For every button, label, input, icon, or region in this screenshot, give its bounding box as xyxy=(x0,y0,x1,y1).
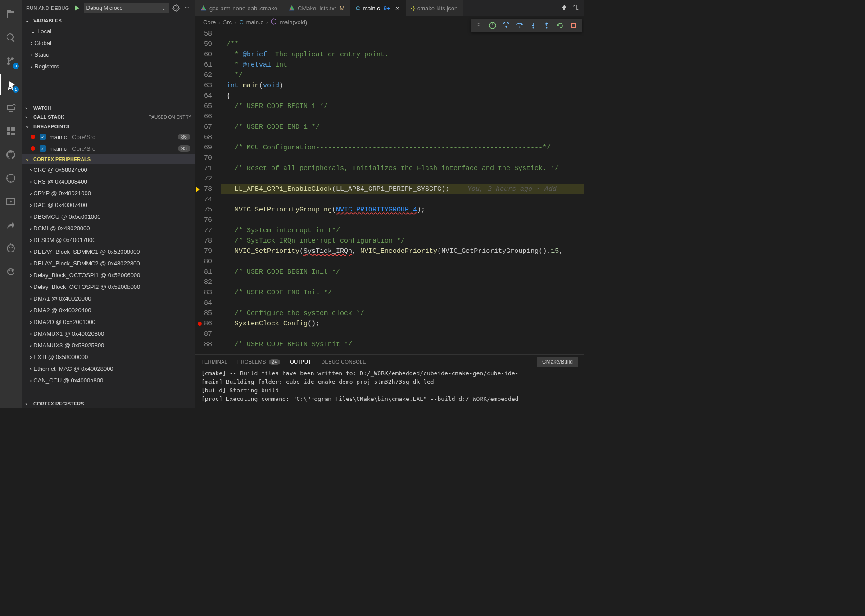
crumb-src[interactable]: Src xyxy=(223,19,232,26)
chevron-right-icon: › xyxy=(30,166,32,173)
peripheral-item[interactable]: ›CRS @ 0x40008400 xyxy=(22,175,195,187)
tree-static[interactable]: ›Static xyxy=(22,49,195,60)
chevron-right-icon: › xyxy=(30,283,32,290)
more-icon[interactable]: ⋯ xyxy=(183,5,190,11)
stop-button[interactable] xyxy=(570,22,578,30)
output-content[interactable]: [cmake] -- Build files have been written… xyxy=(195,369,584,408)
section-cortex-peripherals[interactable]: ⌄ CORTEX PERIPHERALS xyxy=(22,154,195,164)
sidebar-title: RUN AND DEBUG xyxy=(26,5,69,11)
peripheral-item[interactable]: ›Delay_Block_OCTOSPI2 @ 0x5200b000 xyxy=(22,281,195,292)
peripheral-item[interactable]: ›Ethernet_MAC @ 0x40028000 xyxy=(22,363,195,374)
checkbox-icon[interactable]: ✓ xyxy=(40,145,46,152)
panel: TERMINAL PROBLEMS 24 OUTPUT DEBUG CONSOL… xyxy=(195,354,584,408)
peripheral-item[interactable]: ›DELAY_Block_SDMMC1 @ 0x52008000 xyxy=(22,246,195,257)
search-icon[interactable] xyxy=(0,27,22,49)
tab-problems[interactable]: PROBLEMS 24 xyxy=(237,359,280,365)
step-over-icon[interactable] xyxy=(516,22,524,30)
cube-icon xyxy=(271,18,277,26)
chevron-right-icon: › xyxy=(30,237,32,243)
platformio-icon[interactable] xyxy=(0,238,22,259)
section-callstack[interactable]: › CALL STACK PAUSED ON ENTRY xyxy=(22,112,195,121)
editor-tab[interactable]: Cmain.c9+✕ xyxy=(350,0,406,16)
breakpoint-item[interactable]: ✓ main.c Core\Src 86 xyxy=(22,131,195,143)
step-into-button[interactable] xyxy=(529,22,537,30)
tree-registers[interactable]: ›Registers xyxy=(22,60,195,72)
checkbox-icon[interactable]: ✓ xyxy=(40,134,46,140)
peripheral-item[interactable]: ›DCMI @ 0x48020000 xyxy=(22,222,195,234)
run-icon[interactable] xyxy=(561,4,568,13)
tab-output[interactable]: OUTPUT xyxy=(290,355,311,369)
target-icon[interactable] xyxy=(0,167,22,189)
tree-local[interactable]: ⌄Local xyxy=(22,25,195,37)
peripheral-item[interactable]: ›DMA2 @ 0x40020400 xyxy=(22,304,195,316)
github-icon[interactable] xyxy=(0,144,22,166)
debug-config-select[interactable]: Debug Microco ⌄ xyxy=(84,3,169,13)
start-debug-icon[interactable] xyxy=(73,4,80,12)
continue-button[interactable] xyxy=(489,22,497,30)
chevron-down-icon: ⌄ xyxy=(31,28,36,35)
chevron-down-icon: ⌄ xyxy=(162,5,166,11)
debug-toolbar[interactable]: ⠿ xyxy=(471,19,582,32)
peripheral-item[interactable]: ›DMA2D @ 0x52001000 xyxy=(22,316,195,328)
crumb-file[interactable]: main.c xyxy=(246,19,263,26)
chevron-down-icon: ⌄ xyxy=(25,156,32,162)
breakpoint-item[interactable]: ✓ main.c Core\Src 93 xyxy=(22,143,195,154)
gitlens-annotation: You, 2 hours ago • Add xyxy=(467,185,557,193)
crumb-core[interactable]: Core xyxy=(203,19,216,26)
peripheral-item[interactable]: ›CAN_CCU @ 0x4000a800 xyxy=(22,374,195,386)
live-preview-icon[interactable] xyxy=(0,191,22,212)
lens-icon[interactable] xyxy=(0,261,22,283)
tab-terminal[interactable]: TERMINAL xyxy=(201,359,227,364)
peripheral-item[interactable]: ›CRC @ 0x58024c00 xyxy=(22,164,195,175)
breakpoints-label: BREAKPOINTS xyxy=(33,124,69,129)
peripheral-item[interactable]: ›DELAY_Block_SDMMC2 @ 0x48022800 xyxy=(22,257,195,269)
grip-icon[interactable]: ⠿ xyxy=(475,22,483,30)
chevron-right-icon: › xyxy=(30,319,32,325)
peripheral-item[interactable]: ›CRYP @ 0x48021000 xyxy=(22,187,195,199)
editor-tab[interactable]: {}cmake-kits.json xyxy=(406,0,464,16)
sidebar: RUN AND DEBUG Debug Microco ⌄ ⋯ ⌄ VARIAB… xyxy=(22,0,195,408)
scm-icon[interactable]: 8 xyxy=(0,50,22,72)
code-content[interactable]: /** * @brief The application entry point… xyxy=(221,29,584,354)
section-breakpoints[interactable]: ⌄ BREAKPOINTS xyxy=(22,121,195,131)
peripheral-item[interactable]: ›DMA1 @ 0x40020000 xyxy=(22,292,195,304)
section-variables[interactable]: ⌄ VARIABLES xyxy=(22,16,195,25)
chevron-right-icon: › xyxy=(30,260,32,267)
chevron-right-icon: › xyxy=(30,248,32,255)
svg-rect-11 xyxy=(572,24,576,28)
peripheral-item[interactable]: ›Delay_Block_OCTOSPI1 @ 0x52006000 xyxy=(22,269,195,281)
peripheral-item[interactable]: ›DMAMUX1 @ 0x40020800 xyxy=(22,328,195,339)
compare-icon[interactable] xyxy=(572,4,580,13)
tab-debug-console[interactable]: DEBUG CONSOLE xyxy=(321,359,366,364)
chevron-down-icon: ⌄ xyxy=(25,123,32,129)
peripheral-item[interactable]: ›DMAMUX3 @ 0x58025800 xyxy=(22,339,195,351)
peripheral-item[interactable]: ›EXTI @ 0x58000000 xyxy=(22,351,195,363)
peripheral-item[interactable]: ›DAC @ 0x40007400 xyxy=(22,199,195,211)
close-icon[interactable]: ✕ xyxy=(395,5,400,12)
chevron-right-icon: › xyxy=(31,40,32,46)
tree-global[interactable]: ›Global xyxy=(22,37,195,49)
peripheral-item[interactable]: ›DBGMCU @ 0x5c001000 xyxy=(22,211,195,222)
output-channel-select[interactable]: CMake/Build xyxy=(537,357,578,367)
restart-button[interactable] xyxy=(556,22,564,30)
step-over-button[interactable] xyxy=(502,22,510,30)
extensions-icon[interactable] xyxy=(0,121,22,142)
c-file-icon: C xyxy=(239,19,243,26)
debug-badge: 1 xyxy=(13,86,19,93)
share-icon[interactable] xyxy=(0,214,22,236)
gutter[interactable]: 5859606162636465666768697071727374757677… xyxy=(195,29,221,354)
explorer-icon[interactable] xyxy=(0,4,22,25)
peripheral-item[interactable]: ›DFSDM @ 0x40017800 xyxy=(22,234,195,246)
step-out-button[interactable] xyxy=(543,22,551,30)
crumb-symbol[interactable]: main(void) xyxy=(280,19,307,26)
code-editor[interactable]: 5859606162636465666768697071727374757677… xyxy=(195,29,584,354)
debug-icon[interactable]: 1 xyxy=(0,74,22,95)
editor-tab[interactable]: CMakeLists.txtM xyxy=(283,0,350,16)
editor-area: gcc-arm-none-eabi.cmakeCMakeLists.txtMCm… xyxy=(195,0,584,408)
editor-tab[interactable]: gcc-arm-none-eabi.cmake xyxy=(195,0,283,16)
section-cortex-registers[interactable]: › CORTEX REGISTERS xyxy=(22,399,195,408)
section-watch[interactable]: › WATCH xyxy=(22,103,195,112)
gear-icon[interactable] xyxy=(172,4,180,12)
remote-icon[interactable] xyxy=(0,97,22,119)
sidebar-header: RUN AND DEBUG Debug Microco ⌄ ⋯ xyxy=(22,0,195,16)
